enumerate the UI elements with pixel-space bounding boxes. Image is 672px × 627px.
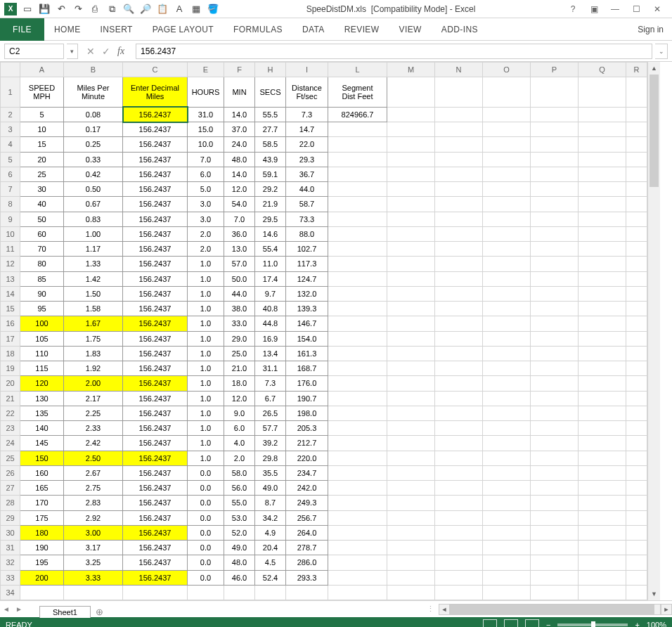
zoom-thumb[interactable] [591,621,595,627]
undo-icon[interactable]: ↶ [55,3,67,15]
cell-C13[interactable]: 156.2437 [123,271,188,286]
cell-B3[interactable]: 0.17 [64,122,123,137]
cell-N1[interactable] [435,77,483,108]
cell-C4[interactable]: 156.2437 [123,137,188,152]
cell-L7[interactable] [328,182,387,197]
cell-I1[interactable]: DistanceFt/sec [286,77,328,108]
cell-I6[interactable]: 36.7 [286,167,328,181]
cell-E26[interactable]: 0.0 [188,465,224,480]
cell-Q31[interactable] [579,541,626,555]
cell-C24[interactable]: 156.2437 [123,436,188,451]
cell-M8[interactable] [387,197,435,212]
cell-F32[interactable]: 48.0 [224,555,255,570]
cell-F7[interactable]: 12.0 [224,182,255,197]
cell-E7[interactable]: 5.0 [188,182,224,197]
cell-B27[interactable]: 2.75 [64,481,123,496]
cell-E32[interactable]: 0.0 [188,555,224,570]
cell-P19[interactable] [531,361,579,376]
cell-C30[interactable]: 156.2437 [123,525,188,540]
row-header-27[interactable]: 27 [1,481,20,496]
cell-L4[interactable] [328,137,387,152]
cell-O34[interactable] [483,585,531,600]
cell-Q15[interactable] [579,302,626,316]
row-header-24[interactable]: 24 [1,436,20,451]
cell-A12[interactable]: 80 [20,257,64,271]
cell-P15[interactable] [531,302,579,316]
cell-F25[interactable]: 2.0 [224,451,255,465]
cell-N14[interactable] [435,286,483,301]
cell-E25[interactable]: 1.0 [188,451,224,465]
cell-O12[interactable] [483,257,531,271]
cell-N31[interactable] [435,541,483,555]
cell-C20[interactable]: 156.2437 [123,376,188,391]
cell-A13[interactable]: 85 [20,271,64,286]
view-break-icon[interactable] [525,619,539,627]
cell-O9[interactable] [483,212,531,226]
formula-expand-icon[interactable]: ⌄ [655,44,668,59]
cell-O17[interactable] [483,331,531,346]
cell-C9[interactable]: 156.2437 [123,212,188,226]
sheet-nav-next-icon[interactable]: ► [13,605,25,613]
cell-C10[interactable]: 156.2437 [123,226,188,241]
cell-N29[interactable] [435,510,483,525]
cell-F9[interactable]: 7.0 [224,212,255,226]
tab-review[interactable]: REVIEW [335,18,389,41]
cell-C16[interactable]: 156.2437 [123,316,188,331]
cell-R14[interactable] [626,286,647,301]
cell-L14[interactable] [328,286,387,301]
cell-L20[interactable] [328,376,387,391]
cell-L26[interactable] [328,465,387,480]
cell-L24[interactable] [328,436,387,451]
cell-B19[interactable]: 1.92 [64,361,123,376]
cell-C11[interactable]: 156.2437 [123,242,188,257]
cell-L33[interactable] [328,570,387,585]
cell-F28[interactable]: 55.0 [224,496,255,510]
cell-C2[interactable]: 156.2437 [123,107,188,122]
cell-F23[interactable]: 6.0 [224,421,255,436]
cell-H21[interactable]: 6.7 [255,391,286,406]
scroll-down-icon[interactable]: ▼ [648,588,660,600]
cell-P1[interactable] [531,77,579,108]
cell-N20[interactable] [435,376,483,391]
cell-M12[interactable] [387,257,435,271]
cell-L16[interactable] [328,316,387,331]
cell-E33[interactable]: 0.0 [188,570,224,585]
cell-Q20[interactable] [579,376,626,391]
cancel-icon[interactable]: ✕ [86,46,95,57]
scroll-up-icon[interactable]: ▲ [648,62,660,75]
cell-B6[interactable]: 0.42 [64,167,123,181]
cell-B34[interactable] [64,585,123,600]
cell-B9[interactable]: 0.83 [64,212,123,226]
cell-P31[interactable] [531,541,579,555]
cell-A10[interactable]: 60 [20,226,64,241]
cell-C1[interactable]: Enter DecimalMiles [123,77,188,108]
cell-B30[interactable]: 3.00 [64,525,123,540]
scroll-right-icon[interactable]: ► [661,604,672,615]
cell-H5[interactable]: 43.9 [255,152,286,167]
redo-icon[interactable]: ↷ [72,3,84,15]
cell-A18[interactable]: 110 [20,346,64,361]
cell-R22[interactable] [626,406,647,420]
cell-P5[interactable] [531,152,579,167]
cell-F11[interactable]: 13.0 [224,242,255,257]
name-box[interactable]: C2 [4,44,64,59]
row-header-4[interactable]: 4 [1,137,20,152]
cell-C15[interactable]: 156.2437 [123,302,188,316]
cell-O4[interactable] [483,137,531,152]
cell-A6[interactable]: 25 [20,167,64,181]
print-icon[interactable]: ⎙ [89,3,101,15]
row-header-33[interactable]: 33 [1,570,20,585]
tab-formulas[interactable]: FORMULAS [224,18,292,41]
cell-I23[interactable]: 205.3 [286,421,328,436]
paste-icon[interactable]: 📋 [156,3,169,15]
new-sheet-icon[interactable]: ⊕ [91,607,109,617]
cell-Q16[interactable] [579,316,626,331]
cell-B31[interactable]: 3.17 [64,541,123,555]
cell-H13[interactable]: 17.4 [255,271,286,286]
cell-O16[interactable] [483,316,531,331]
cell-M18[interactable] [387,346,435,361]
row-header-30[interactable]: 30 [1,525,20,540]
cell-M22[interactable] [387,406,435,420]
cell-E29[interactable]: 0.0 [188,510,224,525]
cell-P6[interactable] [531,167,579,181]
